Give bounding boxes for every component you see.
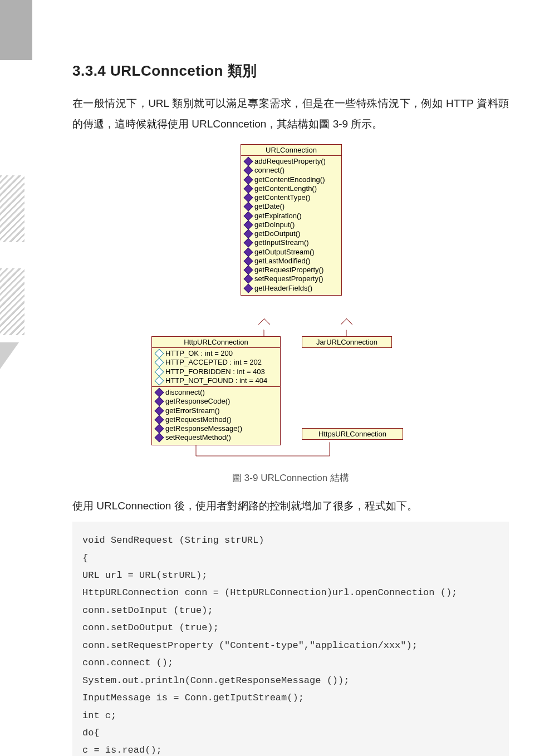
- section-heading: 3.3.4 URLConncetion 類別: [72, 61, 509, 81]
- uml-class-urlconnection: URLConnection addRequestProperty()connec…: [241, 144, 342, 296]
- uml-class-jarurlconnection: JarURLConnection: [302, 336, 392, 348]
- uml-class-title: HttpsURLConnection: [302, 429, 403, 439]
- uml-generalization-arrow: [258, 318, 270, 330]
- uml-class-title: HttpURLConnection: [152, 337, 280, 348]
- uml-generalization-arrow: [341, 318, 352, 330]
- uml-diagram: URLConnection addRequestProperty()connec…: [135, 144, 447, 467]
- uml-class-title: JarURLConnection: [302, 337, 391, 347]
- uml-class-body: HTTP_OK : int = 200HTTP_ACCEPTED : int =…: [152, 348, 280, 445]
- after-paragraph: 使用 URLConnection 後，使用者對網路的控制就增加了很多，程式如下。: [72, 495, 509, 516]
- margin-hatch-2: [0, 268, 24, 335]
- margin-tab: [0, 0, 32, 60]
- code-listing: void SendRequest (String strURL) { URL u…: [72, 522, 509, 756]
- figure-caption: 圖 3-9 URLConnection 結構: [72, 472, 509, 484]
- uml-class-title: URLConnection: [241, 145, 341, 156]
- uml-class-body: addRequestProperty()connect()getContentE…: [241, 156, 341, 295]
- intro-paragraph: 在一般情況下，URL 類別就可以滿足專案需求，但是在一些特殊情況下，例如 HTT…: [72, 93, 509, 134]
- uml-class-httpurlconnection: HttpURLConnection HTTP_OK : int = 200HTT…: [151, 336, 281, 445]
- margin-triangle: [0, 342, 19, 369]
- uml-class-httpsurlconnection: HttpsURLConnection: [302, 428, 403, 440]
- page: 3.3.4 URLConncetion 類別 在一般情況下，URL 類別就可以滿…: [0, 0, 559, 756]
- margin-hatch-1: [0, 175, 24, 242]
